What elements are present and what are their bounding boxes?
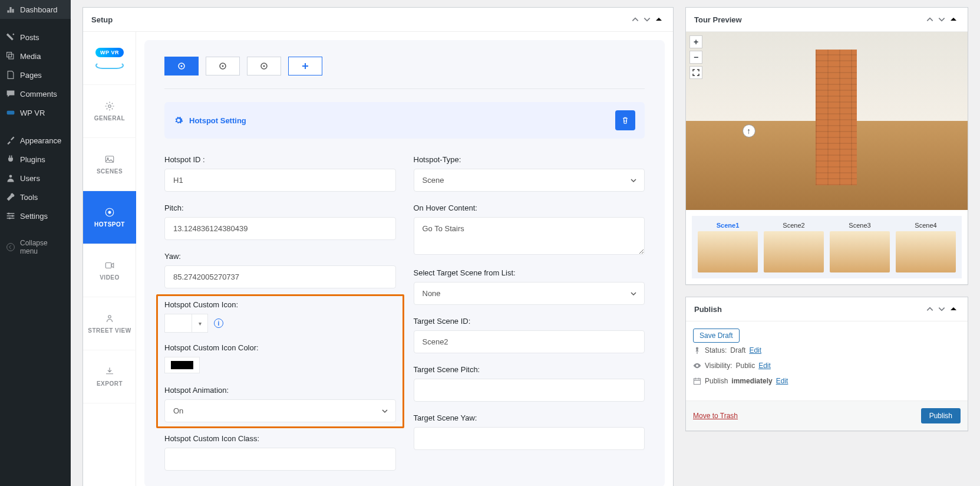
visibility-row: Visibility: Public Edit [693,358,961,373]
menu-users[interactable]: Users [0,169,71,188]
field-custom-icon-color: Hotspot Custom Icon Color: [164,343,396,375]
field-target-pitch: Target Scene Pitch: [414,365,645,402]
svg-point-6 [108,105,111,108]
menu-posts[interactable]: Posts [0,28,71,47]
edit-schedule-link[interactable]: Edit [776,377,788,385]
hover-textarea[interactable]: Go To Stairs [414,217,645,255]
hotspot-1[interactable] [164,57,199,75]
svg-point-3 [12,215,14,216]
field-pitch: Pitch: [164,203,396,240]
target-select[interactable]: None [414,282,645,305]
menu-tools[interactable]: Tools [0,188,71,206]
menu-pages[interactable]: Pages [0,65,71,84]
brick-column [816,50,857,185]
field-hover: On Hover Content: Go To Stairs [414,203,645,257]
scene-thumb-2[interactable]: Scene2 [764,222,824,272]
field-target-yaw: Target Scene Yaw: [414,413,645,450]
menu-wpvr[interactable]: WP VR [0,103,71,122]
menu-media[interactable]: Media [0,47,71,65]
tab-streetview[interactable]: STREET VIEW [83,297,136,350]
scenes-strip: Scene1 Scene2 Scene3 Scene4 [692,216,962,278]
preview-canvas[interactable]: ↑ + − [686,32,968,210]
icon-color-swatch[interactable] [164,357,200,373]
target-yaw-input[interactable] [414,427,645,450]
setup-move-down[interactable] [641,14,653,25]
schedule-row: Publish immediately Edit [693,373,961,389]
setup-title: Setup [91,15,629,24]
svg-point-5 [7,244,15,251]
info-icon[interactable]: i [214,318,223,328]
tab-hotspot[interactable]: HOTSPOT [83,191,136,244]
field-yaw: Yaw: [164,252,396,288]
target-id-input[interactable] [414,330,645,353]
hotspot-tab-content: Hotspot Setting Hotspot ID : Pitch: [144,40,665,486]
menu-comments[interactable]: Comments [0,84,71,103]
publish-move-down[interactable] [936,303,948,315]
menu-collapse[interactable]: Collapse menu [0,234,71,260]
edit-status-link[interactable]: Edit [749,346,761,354]
eye-icon [693,362,701,370]
pin-icon [693,346,701,354]
publish-button[interactable]: Publish [921,408,961,423]
zoom-out-button[interactable]: − [689,51,702,64]
publish-panel: Publish Save Draft Status: Draft Edit Vi… [685,297,968,431]
menu-plugins[interactable]: Plugins [0,150,71,169]
wpvr-logo: WP VR [83,32,136,85]
field-type: Hotspot-Type: Scene [414,155,645,192]
field-custom-class: Hotspot Custom Icon Class: [164,434,396,471]
edit-visibility-link[interactable]: Edit [758,362,771,370]
scene-thumb-4[interactable]: Scene4 [896,222,956,272]
animation-select[interactable]: On [164,399,396,422]
vertical-tabs: WP VR GENERAL SCENES HOTSPOT VIDEO STREE… [83,32,136,486]
type-select[interactable]: Scene [414,169,645,192]
hotspot-id-input[interactable] [164,169,396,192]
setup-move-up[interactable] [629,14,641,25]
custom-class-input[interactable] [164,448,396,471]
delete-hotspot-button[interactable] [615,110,635,130]
publish-toggle[interactable] [948,303,959,315]
yaw-input[interactable] [164,265,396,288]
menu-appearance[interactable]: Appearance [0,131,71,150]
preview-move-up[interactable] [924,14,936,25]
svg-point-2 [8,212,9,214]
svg-point-18 [263,65,265,67]
save-draft-button[interactable]: Save Draft [693,329,740,343]
svg-point-14 [181,65,183,67]
setup-panel-header: Setup [83,8,673,32]
menu-dashboard[interactable]: Dashboard [0,0,71,19]
tab-export[interactable]: EXPORT [83,350,136,403]
publish-move-up[interactable] [924,303,936,315]
calendar-icon [693,377,701,385]
field-target-id: Target Scene ID: [414,317,645,353]
preview-toggle[interactable] [948,14,959,25]
field-custom-icon: Hotspot Custom Icon: ▾ i [164,300,396,333]
preview-move-down[interactable] [936,14,948,25]
hotspot-3[interactable] [247,57,281,75]
svg-point-16 [222,65,224,67]
preview-title: Tour Preview [694,15,924,24]
tab-video[interactable]: VIDEO [83,244,136,297]
setup-toggle[interactable] [653,14,665,25]
pitch-input[interactable] [164,217,396,240]
svg-point-12 [108,316,111,318]
svg-point-4 [9,217,11,219]
svg-point-9 [108,211,111,214]
svg-rect-0 [7,111,15,114]
setup-panel: Setup WP VR GENERAL SCENES HOTSPOT VIDEO… [83,7,674,486]
zoom-in-button[interactable]: + [689,35,702,48]
hotspot-add[interactable] [288,57,322,75]
target-pitch-input[interactable] [414,379,645,402]
tab-general[interactable]: GENERAL [83,85,136,138]
scene-thumb-3[interactable]: Scene3 [830,222,890,272]
wp-admin-sidebar: Dashboard Posts Media Pages Comments WP … [0,0,71,486]
svg-rect-11 [105,263,111,268]
tour-preview-panel: Tour Preview ↑ + − Scene1 Scene2 Scene3 … [685,7,968,285]
custom-icon-dropdown[interactable]: ▾ [164,314,208,333]
menu-settings[interactable]: Settings [0,206,71,225]
hotspot-2[interactable] [206,57,240,75]
scene-thumb-1[interactable]: Scene1 [698,222,758,272]
hotspot-marker[interactable]: ↑ [743,124,755,137]
tab-scenes[interactable]: SCENES [83,138,136,191]
fullscreen-button[interactable] [689,66,702,79]
move-to-trash-link[interactable]: Move to Trash [693,412,738,420]
